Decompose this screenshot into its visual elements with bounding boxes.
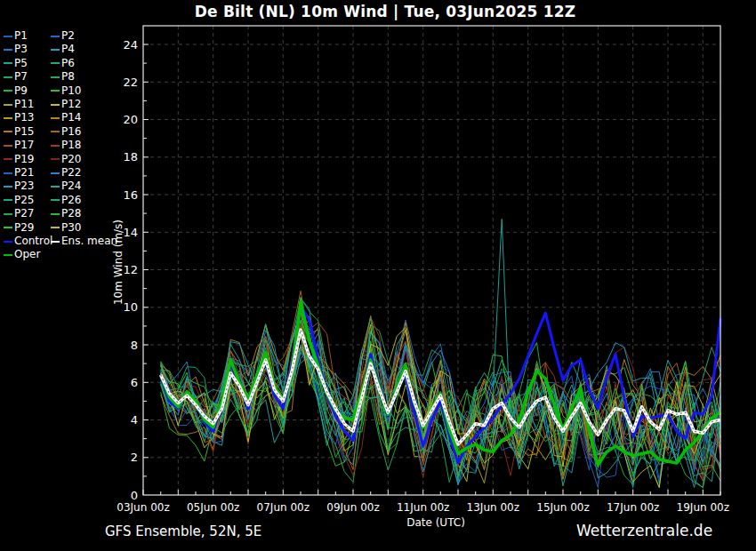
legend-color-dash <box>51 172 60 174</box>
chart-title: De Bilt (NL) 10m Wind | Tue, 03Jun2025 1… <box>7 3 756 20</box>
legend-label: P16 <box>61 125 82 139</box>
legend-item-p16: P16 <box>51 125 82 139</box>
footer-branding: Wetterzentrale.de <box>576 522 712 539</box>
legend-color-dash <box>51 131 60 132</box>
legend-item-p18: P18 <box>51 139 82 152</box>
legend-label: P28 <box>61 207 82 220</box>
legend-label: P22 <box>61 166 82 180</box>
y-tick-label: 16 <box>123 188 138 202</box>
legend-item-p19: P19 <box>4 153 35 166</box>
legend-label: P2 <box>61 29 75 43</box>
legend-item-p5: P5 <box>4 57 28 70</box>
legend-label: P3 <box>14 43 28 56</box>
y-axis-label: 10m Wind (m/s) <box>112 220 125 305</box>
legend-item-p11: P11 <box>4 98 35 111</box>
legend-color-dash <box>4 241 12 243</box>
x-axis-label: Date (UTC) <box>374 516 498 529</box>
legend-color-dash <box>51 117 60 119</box>
wetterzentrale-ensemble-chart: De Bilt (NL) 10m Wind | Tue, 03Jun2025 1… <box>0 0 756 551</box>
legend-item-ens--mean: Ens. mean <box>51 235 117 248</box>
legend-color-dash <box>4 131 12 132</box>
legend-label: P7 <box>14 70 28 84</box>
legend-item-p28: P28 <box>51 207 82 220</box>
legend-color-dash <box>51 76 60 78</box>
legend-label: Oper <box>14 248 40 261</box>
legend-label: P23 <box>14 180 35 193</box>
legend-item-p10: P10 <box>51 84 82 98</box>
x-tick-label: 15Jun 00z <box>536 501 589 514</box>
legend-color-dash <box>4 49 12 51</box>
legend-color-dash <box>51 90 60 92</box>
legend-color-dash <box>51 36 60 37</box>
legend-label: P30 <box>61 221 82 235</box>
y-tick-label: 20 <box>123 113 138 126</box>
legend-color-dash <box>51 104 60 106</box>
legend-color-dash <box>51 199 60 201</box>
legend-label: P25 <box>14 194 35 207</box>
legend-color-dash <box>4 158 12 160</box>
y-tick-label: 12 <box>123 263 138 276</box>
legend-item-p23: P23 <box>4 180 35 193</box>
legend-item-p4: P4 <box>51 43 75 56</box>
x-tick-label: 13Jun 00z <box>467 501 519 514</box>
legend-label: P12 <box>61 98 82 111</box>
legend-label: P29 <box>14 221 35 235</box>
legend-label: Ens. mean <box>61 235 117 248</box>
y-tick-label: 14 <box>123 226 138 239</box>
legend-label: P15 <box>14 125 35 139</box>
legend-color-dash <box>4 104 12 106</box>
x-tick-label: 03Jun 00z <box>117 501 169 514</box>
legend-label: P20 <box>61 153 82 166</box>
legend-color-dash <box>4 36 12 37</box>
legend-color-dash <box>51 241 60 243</box>
legend-label: Control <box>14 235 52 248</box>
legend-item-p25: P25 <box>4 194 35 207</box>
x-tick-label: 07Jun 00z <box>257 501 310 514</box>
legend-item-p12: P12 <box>51 98 82 111</box>
legend-color-dash <box>51 62 60 64</box>
legend-color-dash <box>4 117 12 119</box>
legend-color-dash <box>51 158 60 160</box>
legend-item-p9: P9 <box>4 84 28 98</box>
y-tick-label: 24 <box>123 38 138 52</box>
legend-item-p3: P3 <box>4 43 28 56</box>
legend-color-dash <box>4 254 12 256</box>
legend-label: P9 <box>14 84 28 98</box>
y-tick-label: 22 <box>123 76 138 89</box>
legend-item-p15: P15 <box>4 125 35 139</box>
y-tick-label: 4 <box>131 413 138 427</box>
legend-label: P5 <box>14 57 28 70</box>
legend-item-p27: P27 <box>4 207 35 220</box>
legend-color-dash <box>4 213 12 215</box>
x-tick-label: 05Jun 00z <box>187 501 239 514</box>
y-tick-label: 18 <box>123 150 138 164</box>
legend-label: P24 <box>61 180 82 193</box>
legend-item-p1: P1 <box>4 29 28 43</box>
legend-item-p13: P13 <box>4 111 35 124</box>
legend-item-p21: P21 <box>4 166 35 180</box>
legend-item-p17: P17 <box>4 139 35 152</box>
legend-color-dash <box>4 172 12 174</box>
y-tick-label: 0 <box>131 489 138 502</box>
legend-label: P17 <box>14 139 35 152</box>
legend-label: P27 <box>14 207 35 220</box>
legend-label: P18 <box>61 139 82 152</box>
y-tick-label: 6 <box>131 376 138 389</box>
legend-color-dash <box>51 213 60 215</box>
y-tick-label: 2 <box>131 451 138 464</box>
legend-color-dash <box>4 62 12 64</box>
x-tick-label: 09Jun 00z <box>326 501 379 514</box>
legend-item-p30: P30 <box>51 221 82 235</box>
legend-item-p24: P24 <box>51 180 82 193</box>
legend-color-dash <box>4 186 12 188</box>
legend-item-p7: P7 <box>4 70 28 84</box>
legend-item-p6: P6 <box>51 57 75 70</box>
legend-label: P4 <box>61 43 75 56</box>
legend-color-dash <box>4 76 12 78</box>
legend-color-dash <box>4 90 12 92</box>
y-tick-label: 10 <box>123 300 138 314</box>
legend-item-p22: P22 <box>51 166 82 180</box>
legend-item-p26: P26 <box>51 194 82 207</box>
x-tick-label: 11Jun 00z <box>397 501 449 514</box>
legend-item-p29: P29 <box>4 221 35 235</box>
